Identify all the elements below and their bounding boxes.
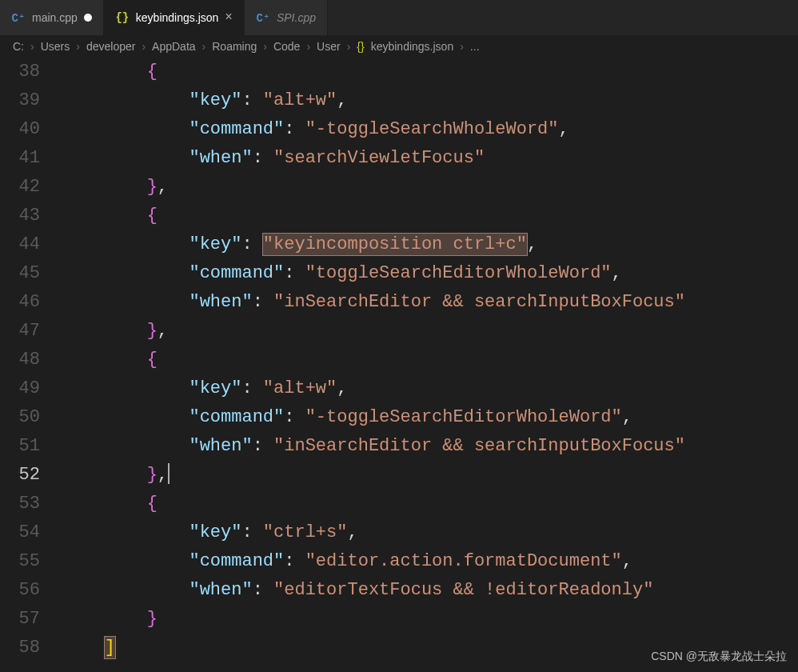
- line-number: 46: [0, 288, 40, 317]
- dirty-indicator-icon: [84, 14, 92, 22]
- token-punc: :: [241, 234, 262, 254]
- code-line[interactable]: "when": "editorTextFocus && !editorReado…: [62, 576, 798, 605]
- tab-SPI-cpp[interactable]: C⁺SPI.cpp: [245, 0, 328, 35]
- json-file-icon: {}: [115, 10, 130, 25]
- token-key: "when": [189, 436, 252, 456]
- token-str: "keyincomposition ctrl+c": [263, 234, 527, 255]
- token-str: "alt+w": [263, 378, 337, 398]
- token-key: "when": [189, 148, 252, 168]
- token-punc: ,: [622, 407, 632, 427]
- code-line[interactable]: "command": "-toggleSearchEditorWholeWord…: [62, 403, 798, 432]
- cpp-file-icon: C⁺: [256, 10, 270, 25]
- close-icon[interactable]: ×: [225, 11, 233, 24]
- breadcrumb-segment[interactable]: Roaming: [212, 40, 257, 53]
- code-line[interactable]: "command": "editor.action.formatDocument…: [62, 547, 798, 576]
- token-key: "command": [189, 551, 284, 571]
- breadcrumb-segment[interactable]: Code: [273, 40, 300, 53]
- token-punc: ,: [527, 234, 537, 254]
- code-line[interactable]: },: [62, 461, 798, 490]
- chevron-right-icon: ›: [460, 40, 464, 53]
- code-line[interactable]: "when": "searchViewletFocus": [62, 144, 798, 173]
- chevron-right-icon: ›: [202, 40, 206, 53]
- breadcrumb-more[interactable]: ...: [470, 40, 480, 53]
- token-punc: ,: [612, 263, 622, 283]
- token-str: "-toggleSearchWholeWord": [305, 119, 559, 139]
- line-number: 51: [0, 432, 40, 461]
- breadcrumb-segment[interactable]: developer: [86, 40, 136, 53]
- token-punc: :: [241, 522, 262, 542]
- tab-label: main.cpp: [32, 11, 78, 24]
- code-editor[interactable]: 3839404142434445464748495051525354555657…: [0, 58, 798, 662]
- token-brace: {: [147, 62, 158, 82]
- line-number: 44: [0, 230, 40, 259]
- token-punc: ,: [158, 321, 168, 341]
- code-line[interactable]: "command": "toggleSearchEditorWholeWord"…: [62, 259, 798, 288]
- tab-label: SPI.cpp: [277, 11, 316, 24]
- code-line[interactable]: {: [62, 346, 798, 374]
- code-line[interactable]: },: [62, 173, 798, 202]
- token-str: "inSearchEditor && searchInputBoxFocus": [273, 436, 685, 456]
- token-punc: ,: [337, 90, 347, 110]
- code-line[interactable]: },: [62, 317, 798, 346]
- line-number: 58: [0, 634, 40, 662]
- token-key: "key": [189, 234, 241, 254]
- code-line[interactable]: {: [62, 202, 798, 230]
- code-line[interactable]: "command": "-toggleSearchWholeWord",: [62, 115, 798, 144]
- token-str: "inSearchEditor && searchInputBoxFocus": [273, 292, 685, 312]
- token-key: "command": [189, 263, 284, 283]
- token-str: "editorTextFocus && !editorReadonly": [273, 580, 653, 600]
- line-number: 48: [0, 346, 40, 374]
- token-key: "when": [189, 292, 252, 312]
- code-line[interactable]: {: [62, 490, 798, 518]
- text-cursor: [168, 463, 170, 484]
- token-punc: :: [284, 119, 305, 139]
- token-key: "command": [189, 119, 284, 139]
- tab-label: keybindings.json: [136, 11, 219, 24]
- chevron-right-icon: ›: [263, 40, 267, 53]
- breadcrumb-segment[interactable]: User: [317, 40, 341, 53]
- chevron-right-icon: ›: [30, 40, 34, 53]
- token-punc: ,: [559, 119, 569, 139]
- line-number: 39: [0, 86, 40, 115]
- tab-keybindings-json[interactable]: {}keybindings.json×: [104, 0, 245, 35]
- line-number: 53: [0, 490, 40, 518]
- token-punc: ,: [622, 551, 632, 571]
- code-line[interactable]: "key": "keyincomposition ctrl+c",: [62, 230, 798, 259]
- breadcrumb-file[interactable]: keybindings.json: [371, 40, 454, 53]
- token-punc: ,: [347, 522, 357, 542]
- code-line[interactable]: "when": "inSearchEditor && searchInputBo…: [62, 288, 798, 317]
- token-brace: }: [147, 609, 158, 629]
- token-str: "searchViewletFocus": [273, 148, 485, 168]
- code-line[interactable]: "when": "inSearchEditor && searchInputBo…: [62, 432, 798, 461]
- chevron-right-icon: ›: [347, 40, 351, 53]
- token-key: "when": [189, 580, 252, 600]
- token-punc: :: [284, 551, 305, 571]
- line-number: 52: [0, 461, 40, 490]
- code-line[interactable]: "key": "alt+w",: [62, 86, 798, 115]
- tab-main-cpp[interactable]: C⁺main.cpp: [0, 0, 104, 35]
- token-punc: :: [253, 148, 273, 168]
- breadcrumb-segment[interactable]: C:: [13, 40, 24, 53]
- token-brace: }: [147, 321, 158, 341]
- chevron-right-icon: ›: [306, 40, 310, 53]
- code-line[interactable]: "key": "ctrl+s",: [62, 518, 798, 547]
- code-line[interactable]: }: [62, 605, 798, 634]
- token-key: "key": [189, 522, 241, 542]
- token-str: "ctrl+s": [263, 522, 348, 542]
- token-brace: }: [147, 465, 158, 485]
- token-punc: :: [253, 436, 273, 456]
- breadcrumb-segment[interactable]: AppData: [152, 40, 195, 53]
- token-key: "key": [189, 378, 241, 398]
- chevron-right-icon: ›: [76, 40, 80, 53]
- line-number: 47: [0, 317, 40, 346]
- code-line[interactable]: {: [62, 58, 798, 86]
- token-punc: :: [284, 263, 305, 283]
- token-punc: :: [253, 292, 273, 312]
- breadcrumb[interactable]: C:›Users›developer›AppData›Roaming›Code›…: [0, 35, 798, 58]
- code-line[interactable]: "key": "alt+w",: [62, 374, 798, 403]
- tab-bar: C⁺main.cpp{}keybindings.json×C⁺SPI.cpp: [0, 0, 798, 35]
- token-brace: {: [147, 350, 158, 370]
- line-number: 45: [0, 259, 40, 288]
- breadcrumb-segment[interactable]: Users: [41, 40, 70, 53]
- code-content[interactable]: { "key": "alt+w", "command": "-toggleSea…: [62, 58, 798, 662]
